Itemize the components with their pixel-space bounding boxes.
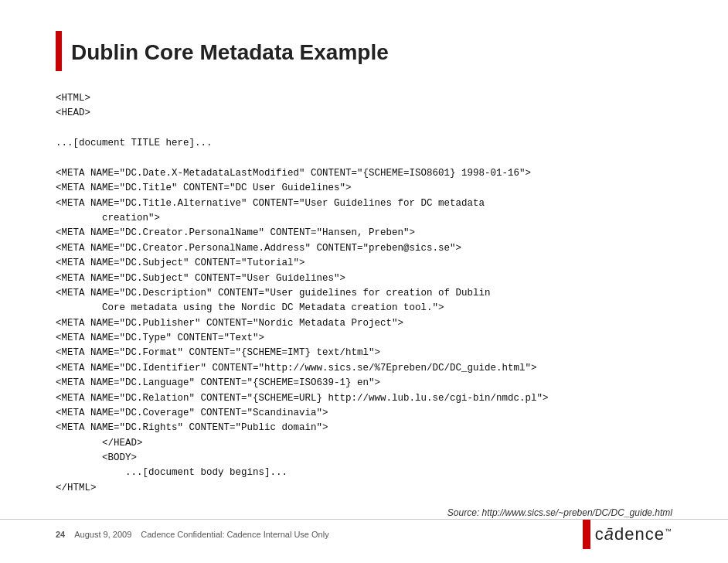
cadence-logo: cādence™: [583, 520, 672, 549]
source-citation: Source: http://www.sics.se/~preben/DC/DC…: [447, 507, 672, 518]
code-block: <HTML> <HEAD> ...[document TITLE here]..…: [56, 91, 672, 496]
footer: 24 August 9, 2009 Cadence Confidential: …: [0, 519, 728, 549]
footer-confidential: Cadence Confidential: Cadence Internal U…: [141, 530, 328, 539]
red-accent-bar: [56, 31, 62, 71]
trademark-symbol: ™: [665, 527, 672, 535]
cadence-red-bar: [583, 520, 590, 549]
page-title: Dublin Core Metadata Example: [71, 40, 389, 65]
footer-date: August 9, 2009: [74, 530, 131, 539]
footer-page-number: 24: [56, 530, 65, 539]
cadence-brand-name: cādence™: [595, 524, 672, 544]
